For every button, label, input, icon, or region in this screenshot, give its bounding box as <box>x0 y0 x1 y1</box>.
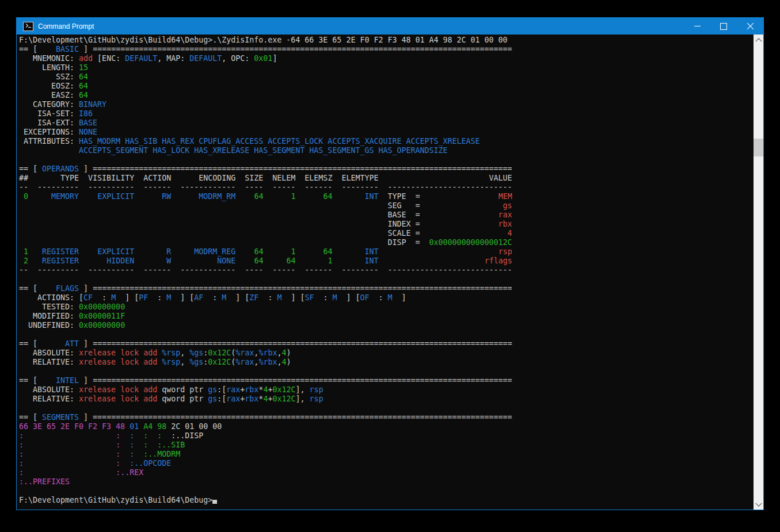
terminal-line: CATEGORY: BINARY <box>19 100 754 109</box>
maximize-button[interactable] <box>710 18 737 35</box>
scrollbar[interactable] <box>754 35 763 510</box>
terminal-line: == [ FLAGS ] ===========================… <box>19 284 754 293</box>
terminal-line: == [ BASIC ] ===========================… <box>19 45 754 54</box>
terminal-line: F:\Development\GitHub\zydis\Build64\Debu… <box>19 496 754 505</box>
terminal-line: -- --------- ---------- ------ ---------… <box>19 183 754 192</box>
terminal-line: : : : :..MODRM <box>19 450 754 459</box>
scroll-down-button[interactable] <box>754 500 763 510</box>
text-cursor <box>212 500 217 504</box>
terminal-line: EOSZ: 64 <box>19 82 754 91</box>
terminal-line: 2 REGISTER HIDDEN W NONE 64 64 1 INT rfl… <box>19 257 754 266</box>
terminal-line: == [ INTEL ] ===========================… <box>19 376 754 385</box>
terminal-line: F:\Development\GitHub\zydis\Build64\Debu… <box>19 36 754 45</box>
cmd-icon[interactable] <box>23 22 33 31</box>
terminal-line: LENGTH: 15 <box>19 63 754 72</box>
terminal-line: 0 MEMORY EXPLICIT RW MODRM_RM 64 1 64 IN… <box>19 192 754 201</box>
terminal-line <box>19 404 754 413</box>
command-prompt-window: Command Prompt F:\Development\GitHub\zyd… <box>16 17 764 510</box>
terminal-line: MODIFIED: 0x0000011F <box>19 312 754 321</box>
terminal-line: ABSOLUTE: xrelease lock add %rsp, %gs:0x… <box>19 349 754 358</box>
terminal-line: INDEX = rbx <box>19 220 754 229</box>
terminal-output[interactable]: F:\Development\GitHub\zydis\Build64\Debu… <box>17 35 754 510</box>
window-controls <box>684 18 763 35</box>
terminal-line: 1 REGISTER EXPLICIT R MODRM_REG 64 1 64 … <box>19 247 754 257</box>
terminal-line: == [ OPERANDS ] ========================… <box>19 164 754 174</box>
terminal-line: SEG = gs <box>19 201 754 210</box>
terminal-line: : : : : :..SIB <box>19 441 754 450</box>
maximize-icon <box>720 23 727 30</box>
terminal-line: SCALE = 4 <box>19 229 754 238</box>
terminal-line: SSZ: 64 <box>19 72 754 82</box>
close-button[interactable] <box>737 18 763 35</box>
terminal-line: MNEMONIC: add [ENC: DEFAULT, MAP: DEFAUL… <box>19 54 754 63</box>
terminal-line: == [ ATT ] =============================… <box>19 339 754 349</box>
terminal-line: -- --------- ---------- ------ ---------… <box>19 266 754 275</box>
terminal-line <box>19 330 754 339</box>
terminal-line: TESTED: 0x00000000 <box>19 303 754 312</box>
scroll-thumb[interactable] <box>754 139 763 156</box>
console-client-area: F:\Development\GitHub\zydis\Build64\Debu… <box>17 35 763 510</box>
terminal-line: ACCEPTS_SEGMENT HAS_LOCK HAS_XRELEASE HA… <box>19 146 754 155</box>
terminal-line <box>19 155 754 164</box>
terminal-line <box>19 275 754 284</box>
terminal-line: == [ SEGMENTS ] ========================… <box>19 413 754 422</box>
window-title: Command Prompt <box>38 22 684 30</box>
terminal-line: EASZ: 64 <box>19 91 754 100</box>
terminal-line <box>19 367 754 376</box>
chevron-down-icon <box>755 500 762 506</box>
terminal-line: : :..REX <box>19 468 754 477</box>
terminal-line: DISP = 0x000000000000012C <box>19 238 754 247</box>
cmd-icon-prompt-underscore <box>28 27 31 28</box>
terminal-line: EXCEPTIONS: NONE <box>19 128 754 137</box>
terminal-line: UNDEFINED: 0x00000000 <box>19 321 754 330</box>
minimize-button[interactable] <box>684 18 710 35</box>
terminal-line: :..PREFIXES <box>19 477 754 487</box>
terminal-line: : : :..OPCODE <box>19 459 754 468</box>
cmd-icon-prompt-chevron <box>24 23 28 27</box>
terminal-line <box>19 487 754 496</box>
terminal-line: : : : : : :..DISP <box>19 431 754 441</box>
titlebar: Command Prompt <box>17 18 763 35</box>
terminal-line: ATTRIBUTES: HAS_MODRM HAS_SIB HAS_REX CP… <box>19 137 754 146</box>
terminal-line: RELATIVE: xrelease lock add %rsp, %gs:0x… <box>19 358 754 367</box>
terminal-line: ISA-EXT: BASE <box>19 118 754 128</box>
terminal-line: BASE = rax <box>19 210 754 220</box>
terminal-line: RELATIVE: xrelease lock add qword ptr gs… <box>19 395 754 404</box>
terminal-line: ACTIONS: [CF : M ] [PF : M ] [AF : M ] [… <box>19 293 754 303</box>
close-icon <box>747 22 754 30</box>
terminal-line: ISA-SET: I86 <box>19 109 754 118</box>
scroll-up-button[interactable] <box>754 35 763 44</box>
terminal-line: ## TYPE VISIBILITY ACTION ENCODING SIZE … <box>19 174 754 183</box>
terminal-line: 66 3E 65 2E F0 F2 F3 48 01 A4 98 2C 01 0… <box>19 422 754 431</box>
chevron-up-icon <box>755 38 762 44</box>
terminal-line: ABSOLUTE: xrelease lock add qword ptr gs… <box>19 385 754 395</box>
minimize-icon <box>694 26 701 26</box>
